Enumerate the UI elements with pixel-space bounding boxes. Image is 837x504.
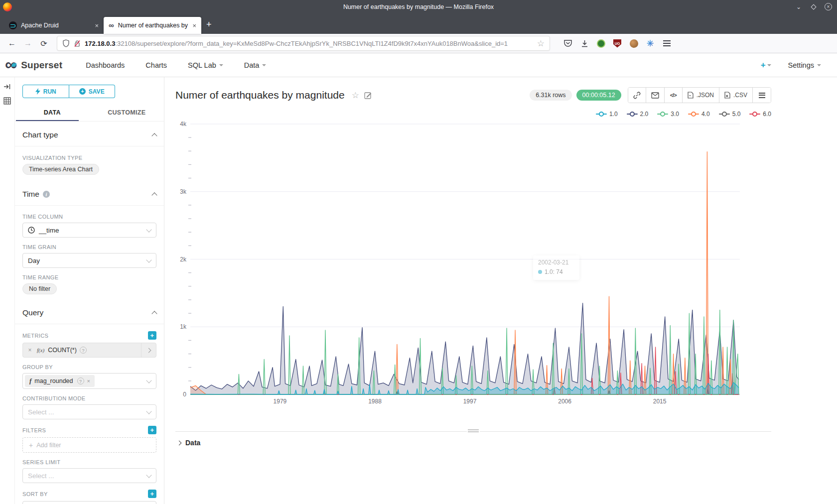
extension-cookie-icon[interactable]: [629, 38, 639, 48]
nav-item-charts[interactable]: Charts: [135, 61, 177, 69]
nav-item-sql-lab[interactable]: SQL Lab: [177, 61, 234, 69]
extension-asterisk-icon[interactable]: ✳: [645, 38, 655, 48]
save-button[interactable]: + SAVE: [69, 85, 116, 98]
tracking-shield-icon[interactable]: [62, 39, 70, 47]
legend-item[interactable]: 6.0: [749, 110, 771, 118]
export-json-button[interactable]: .JSON: [683, 88, 719, 103]
chevron-down-icon: [146, 472, 151, 478]
tab-strip: Apache Druid × ∞ Numer of earthquakes by…: [0, 13, 837, 34]
copy-link-button[interactable]: [628, 88, 646, 103]
time-column-select[interactable]: __time: [22, 223, 156, 238]
firefox-menu-icon[interactable]: [662, 38, 672, 48]
fx-icon: f(x): [37, 347, 44, 353]
series-limit-select[interactable]: Select ...: [22, 468, 156, 483]
bookmark-star-icon[interactable]: ☆: [537, 38, 545, 49]
new-tab-button[interactable]: +: [206, 19, 212, 30]
svg-text:2k: 2k: [180, 256, 187, 263]
window-minimize-button[interactable]: ⌄: [795, 3, 803, 11]
legend-marker-icon: [688, 112, 699, 117]
help-icon: ?: [77, 378, 84, 384]
time-range-pill[interactable]: No filter: [22, 283, 57, 294]
extension-privacy-badger-icon[interactable]: [596, 38, 606, 48]
legend-marker-icon: [596, 112, 607, 117]
tab-customize[interactable]: CUSTOMIZE: [90, 105, 164, 121]
tab-data[interactable]: DATA: [15, 105, 90, 121]
chevron-right-icon: [177, 440, 182, 445]
superset-brand[interactable]: ∞ Superset: [5, 58, 62, 73]
time-grain-select[interactable]: Day: [22, 253, 156, 268]
tab-earthquakes-chart[interactable]: ∞ Numer of earthquakes by ×: [104, 17, 201, 34]
section-chart-type[interactable]: Chart type: [22, 122, 156, 146]
expand-dataset-panel-icon[interactable]: [3, 83, 11, 90]
add-sort-button[interactable]: +: [148, 490, 156, 498]
brand-name: Superset: [21, 60, 62, 71]
insecure-lock-icon[interactable]: [74, 40, 81, 47]
nav-item-data[interactable]: Data: [234, 61, 277, 69]
add-filter-dropzone[interactable]: + Add filter: [22, 437, 156, 453]
reload-button[interactable]: ⟳: [37, 36, 51, 50]
expand-metric-icon[interactable]: [141, 343, 156, 357]
pocket-icon[interactable]: [563, 38, 573, 48]
legend-label: 4.0: [701, 111, 710, 118]
chart-menu-button[interactable]: [753, 88, 771, 103]
export-csv-button[interactable]: .CSV: [719, 88, 753, 103]
window-titlebar: Numer of earthquakes by magnitude — Mozi…: [0, 0, 837, 13]
remove-groupby-icon[interactable]: ×: [87, 378, 90, 384]
tab-close-icon[interactable]: ×: [192, 22, 196, 29]
tab-apache-druid[interactable]: Apache Druid ×: [4, 17, 104, 34]
data-section-toggle[interactable]: Data: [175, 432, 771, 454]
extension-ublock-icon[interactable]: UO: [612, 38, 622, 48]
superset-logo-icon: ∞: [5, 57, 17, 72]
time-column-label: TIME COLUMN: [22, 214, 156, 220]
run-button[interactable]: RUN: [22, 85, 69, 98]
add-filter-button[interactable]: +: [148, 426, 156, 434]
legend-item[interactable]: 2.0: [627, 110, 649, 118]
legend-item[interactable]: 5.0: [719, 110, 741, 118]
section-time[interactable]: Timei: [22, 175, 156, 205]
groupby-pill[interactable]: f mag_rounded ? ×: [25, 375, 95, 387]
time-range-label: TIME RANGE: [22, 274, 156, 280]
superset-favicon-icon: ∞: [109, 21, 114, 29]
dataset-grid-icon[interactable]: [3, 97, 11, 105]
embed-code-button[interactable]: </>: [665, 88, 683, 103]
contribution-mode-label: CONTRIBUTION MODE: [22, 395, 156, 401]
metric-count-pill[interactable]: × f(x) COUNT(*) ?: [22, 343, 156, 358]
viz-type-pill[interactable]: Time-series Area Chart: [22, 164, 99, 175]
legend-item[interactable]: 3.0: [657, 110, 679, 118]
remove-metric-icon[interactable]: ×: [23, 347, 37, 354]
nav-item-dashboards[interactable]: Dashboards: [75, 61, 135, 69]
settings-menu[interactable]: Settings: [788, 61, 821, 69]
tab-close-icon[interactable]: ×: [95, 22, 99, 29]
groupby-select[interactable]: f mag_rounded ? ×: [22, 373, 156, 389]
legend-marker-icon: [749, 112, 760, 117]
groupby-label: GROUP BY: [22, 364, 156, 370]
legend-item[interactable]: 4.0: [688, 110, 710, 118]
chevron-down-icon: [146, 408, 151, 414]
email-button[interactable]: [646, 88, 665, 103]
resize-handle[interactable]: [467, 428, 480, 433]
help-icon: ?: [80, 347, 87, 354]
favorite-star-icon[interactable]: ☆: [352, 90, 359, 101]
new-chart-button[interactable]: +: [761, 60, 771, 70]
section-query[interactable]: Query: [22, 294, 156, 324]
downloads-icon[interactable]: [579, 38, 589, 48]
contribution-mode-select[interactable]: Select ...: [22, 404, 156, 419]
sort-by-select[interactable]: [22, 501, 156, 504]
results-panel: Data: [175, 431, 771, 454]
back-button[interactable]: ←: [5, 36, 19, 50]
url-text: 172.18.0.3:32108/superset/explore/?form_…: [85, 40, 533, 47]
edit-title-icon[interactable]: [364, 91, 372, 99]
svg-text:0: 0: [183, 391, 186, 398]
forward-button[interactable]: →: [21, 36, 35, 50]
window-close-button[interactable]: ×: [825, 3, 832, 10]
file-icon: [688, 92, 694, 99]
legend-item[interactable]: 1.0: [596, 110, 618, 118]
browser-toolbar: ← → ⟳ 172.18.0.3:32108/superset/explore/…: [0, 34, 837, 53]
lightning-icon: [35, 88, 40, 95]
chart-canvas[interactable]: 01k2k3k4k19791988199720062015: [175, 119, 760, 410]
viz-type-label: VISUALIZATION TYPE: [22, 155, 156, 161]
url-field[interactable]: 172.18.0.3:32108/superset/explore/?form_…: [57, 36, 550, 51]
window-maximize-button[interactable]: [810, 3, 818, 11]
svg-text:2006: 2006: [558, 398, 571, 405]
add-metric-button[interactable]: +: [148, 331, 156, 340]
